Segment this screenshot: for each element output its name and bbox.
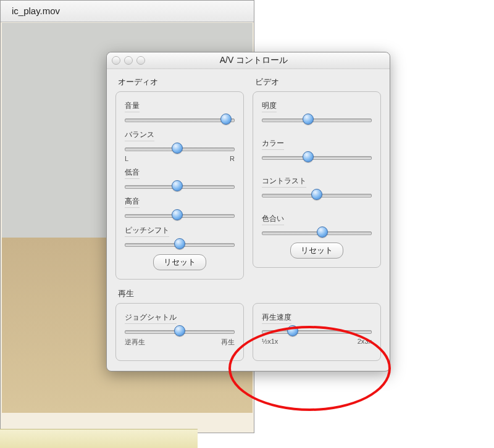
audio-group: 音量 バランス LR	[115, 91, 244, 280]
color-field: カラー	[262, 138, 372, 162]
tint-slider[interactable]	[262, 226, 372, 238]
volume-slider[interactable]	[125, 114, 235, 125]
video-reset-button[interactable]: リセット	[290, 243, 343, 259]
brightness-label: 明度	[262, 101, 277, 112]
color-slider[interactable]	[262, 151, 372, 162]
panel-title: A/V コントロール	[145, 55, 362, 66]
balance-thumb[interactable]	[172, 143, 183, 154]
audio-group-label: オーディオ	[118, 77, 244, 88]
video-group-label: ビデオ	[255, 77, 381, 88]
tint-label: 色合い	[262, 214, 284, 225]
volume-label: 音量	[125, 101, 140, 112]
speed-ticks: ½x 1x 2x 3x	[262, 338, 372, 345]
speed-thumb[interactable]	[287, 325, 298, 336]
balance-label: バランス	[125, 130, 154, 141]
window-controls[interactable]	[112, 56, 145, 65]
jog-ticks: 逆再生再生	[125, 338, 235, 347]
audio-reset-button[interactable]: リセット	[153, 254, 206, 270]
bass-field: 低音	[125, 167, 235, 191]
contrast-label: コントラスト	[262, 176, 306, 188]
bass-label: 低音	[125, 167, 140, 179]
bass-thumb[interactable]	[172, 180, 183, 191]
volume-field: 音量	[125, 101, 235, 125]
close-icon[interactable]	[112, 56, 120, 65]
contrast-thumb[interactable]	[311, 189, 322, 200]
panel-titlebar: A/V コントロール	[107, 52, 390, 69]
pitch-field: ピッチシフト	[125, 225, 235, 249]
jog-group: ジョグシャトル 逆再生再生	[115, 303, 244, 361]
treble-field: 高音	[125, 196, 235, 220]
pitch-label: ピッチシフト	[125, 225, 169, 237]
treble-label: 高音	[125, 196, 140, 208]
speed-field: 再生速度 ½x 1x 2x 3x	[262, 312, 372, 345]
background-window-title: ic_play.mov	[1, 1, 254, 22]
treble-slider[interactable]	[125, 209, 235, 220]
bass-slider[interactable]	[125, 180, 235, 191]
pitch-thumb[interactable]	[174, 238, 185, 249]
background-bottom-strip	[0, 429, 198, 448]
pitch-slider[interactable]	[125, 238, 235, 249]
jog-label: ジョグシャトル	[125, 312, 177, 324]
speed-slider[interactable]	[262, 325, 372, 336]
brightness-field: 明度	[262, 101, 372, 125]
volume-thumb[interactable]	[220, 114, 232, 125]
contrast-slider[interactable]	[262, 189, 372, 200]
minimize-icon[interactable]	[124, 56, 133, 65]
jog-field: ジョグシャトル 逆再生再生	[125, 312, 235, 347]
zoom-icon[interactable]	[136, 56, 145, 65]
av-controls-panel: A/V コントロール オーディオ 音量 バランス	[106, 52, 390, 371]
tint-field: 色合い	[262, 214, 372, 238]
speed-label: 再生速度	[262, 312, 291, 324]
balance-ticks: LR	[125, 155, 235, 162]
video-group: 明度 カラー コントラスト	[253, 91, 381, 268]
color-label: カラー	[262, 138, 284, 150]
balance-slider[interactable]	[125, 143, 235, 154]
playback-group-label: 再生	[118, 288, 381, 299]
balance-field: バランス LR	[125, 130, 235, 162]
jog-thumb[interactable]	[174, 325, 185, 336]
contrast-field: コントラスト	[262, 176, 372, 200]
jog-slider[interactable]	[125, 325, 235, 336]
tint-thumb[interactable]	[317, 226, 328, 238]
brightness-slider[interactable]	[262, 114, 372, 125]
color-thumb[interactable]	[303, 151, 314, 162]
brightness-thumb[interactable]	[303, 114, 314, 125]
speed-group: 再生速度 ½x 1x 2x 3x	[253, 303, 381, 361]
treble-thumb[interactable]	[172, 209, 183, 220]
